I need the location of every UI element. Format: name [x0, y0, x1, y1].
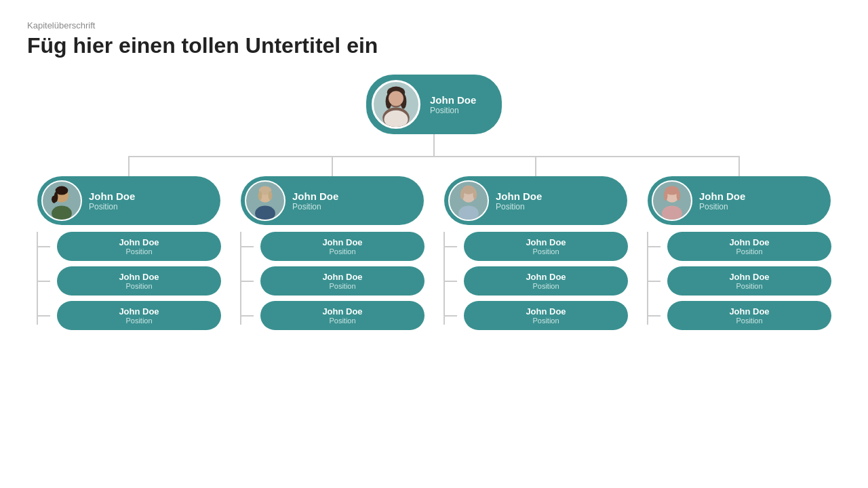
col1-sub1: John Doe Position	[57, 232, 221, 261]
col2-top-connector	[332, 156, 333, 176]
col2-sub1: John Doe Position	[260, 232, 425, 261]
svg-point-17	[269, 191, 273, 200]
col3-sub2-row: John Doe Position	[443, 266, 637, 296]
col1-subs: John Doe Position John Doe Position	[27, 232, 231, 336]
org-chart: John Doe Position	[27, 75, 841, 336]
top-avatar	[372, 80, 420, 129]
col3-sub1-row: John Doe Position	[443, 232, 637, 261]
col3-mid-node: John Doe Position	[444, 176, 627, 225]
columns-row: John Doe Position John Doe Position	[27, 156, 841, 336]
col1-sub1-row: John Doe Position	[37, 232, 231, 261]
col4-sub3: John Doe Position	[667, 301, 831, 330]
svg-point-26	[664, 190, 668, 201]
page-wrapper: Kapitelüberschrift Füg hier einen tollen…	[27, 20, 841, 336]
col4-mid-node: John Doe Position	[648, 176, 831, 225]
col3-subs: John Doe Position John Doe Position	[434, 232, 637, 336]
col2-mid-text: John Doe Position	[292, 190, 338, 211]
svg-point-22	[473, 189, 477, 199]
top-node-name: John Doe	[430, 94, 476, 106]
col4-mid-text: John Doe Position	[699, 190, 745, 211]
col1-sub1-name: John Doe	[119, 237, 159, 247]
col1-avatar	[41, 180, 82, 221]
col2-subs: John Doe Position John Doe Position	[231, 232, 434, 336]
col4-top-connector	[738, 156, 740, 176]
col4-sub3-name: John Doe	[729, 306, 769, 317]
top-vertical-connector	[433, 134, 435, 156]
top-node-position: Position	[430, 106, 476, 115]
column-3: John Doe Position John Doe Position	[434, 156, 637, 336]
col2-avatar	[245, 180, 285, 221]
col4-mid-position: Position	[699, 202, 745, 211]
col3-sub2-name: John Doe	[526, 272, 566, 282]
top-node-text: John Doe Position	[430, 94, 476, 115]
column-1: John Doe Position John Doe Position	[27, 156, 231, 336]
col3-top-connector	[535, 156, 536, 176]
col1-sub3-row: John Doe Position	[37, 301, 231, 330]
col1-sub2-name: John Doe	[119, 272, 159, 282]
col4-mid-name: John Doe	[699, 190, 745, 202]
svg-point-21	[460, 189, 465, 199]
top-node: John Doe Position	[366, 75, 502, 134]
main-title: Füg hier einen tollen Untertitel ein	[27, 33, 841, 58]
column-4: John Doe Position John Doe Position	[637, 156, 841, 336]
col2-mid-position: Position	[292, 202, 338, 211]
col2-mid-name: John Doe	[292, 190, 338, 202]
col2-sub2: John Doe Position	[260, 266, 425, 296]
svg-point-12	[52, 196, 56, 203]
col4-sub1-row: John Doe Position	[647, 232, 841, 261]
col4-subs: John Doe Position John Doe Position	[637, 232, 841, 336]
col3-avatar	[448, 180, 489, 221]
svg-point-13	[255, 205, 275, 220]
col3-mid-text: John Doe Position	[496, 190, 542, 211]
col3-sub1-pos: Position	[532, 247, 559, 256]
col3-sub3-pos: Position	[532, 317, 559, 325]
col1-mid-position: Position	[89, 202, 135, 211]
col1-sub2-row: John Doe Position	[37, 266, 231, 296]
col2-sub3-name: John Doe	[322, 306, 362, 317]
col1-mid-node: John Doe Position	[37, 176, 220, 225]
col1-mid-text: John Doe Position	[89, 190, 135, 211]
col3-sub3-name: John Doe	[526, 306, 566, 317]
col3-sub3: John Doe Position	[464, 301, 628, 330]
col1-sub3-pos: Position	[125, 317, 152, 325]
col3-sub3-row: John Doe Position	[443, 301, 637, 330]
col3-sub2: John Doe Position	[464, 266, 628, 296]
col1-mid-name: John Doe	[89, 190, 135, 202]
col2-sub1-pos: Position	[329, 247, 355, 256]
svg-point-16	[258, 191, 262, 200]
col4-avatar	[652, 180, 692, 221]
col3-mid-name: John Doe	[496, 190, 542, 202]
col2-sub1-name: John Doe	[322, 237, 362, 247]
col3-sub1: John Doe Position	[464, 232, 628, 261]
col4-sub1-name: John Doe	[729, 237, 769, 247]
column-2: John Doe Position John Doe Position	[231, 156, 434, 336]
svg-point-7	[389, 91, 403, 106]
col2-sub3-row: John Doe Position	[240, 301, 434, 330]
col2-mid-node: John Doe Position	[241, 176, 424, 225]
col1-sub3: John Doe Position	[57, 301, 221, 330]
col4-sub2-pos: Position	[736, 282, 762, 290]
col1-sub2-pos: Position	[125, 282, 152, 290]
col2-sub1-row: John Doe Position	[240, 232, 434, 261]
col1-sub2: John Doe Position	[57, 266, 221, 296]
col4-sub2: John Doe Position	[667, 266, 831, 296]
col2-sub3-pos: Position	[329, 317, 355, 325]
col2-sub2-pos: Position	[329, 282, 355, 290]
col4-sub1-pos: Position	[736, 247, 762, 256]
svg-point-23	[662, 205, 682, 220]
col2-sub2-name: John Doe	[322, 272, 362, 282]
col3-sub2-pos: Position	[532, 282, 559, 290]
svg-point-18	[458, 205, 479, 220]
col4-sub2-name: John Doe	[729, 272, 769, 282]
col2-sub2-row: John Doe Position	[240, 266, 434, 296]
svg-point-27	[677, 190, 681, 201]
col3-sub1-name: John Doe	[526, 237, 566, 247]
col1-sub1-pos: Position	[125, 247, 152, 256]
col4-sub3-row: John Doe Position	[647, 301, 841, 330]
svg-point-8	[52, 205, 72, 220]
col1-sub3-name: John Doe	[119, 306, 159, 317]
columns-section: John Doe Position John Doe Position	[27, 156, 841, 336]
col4-sub3-pos: Position	[736, 317, 762, 325]
col1-top-connector	[128, 156, 130, 176]
col4-sub1: John Doe Position	[667, 232, 831, 261]
